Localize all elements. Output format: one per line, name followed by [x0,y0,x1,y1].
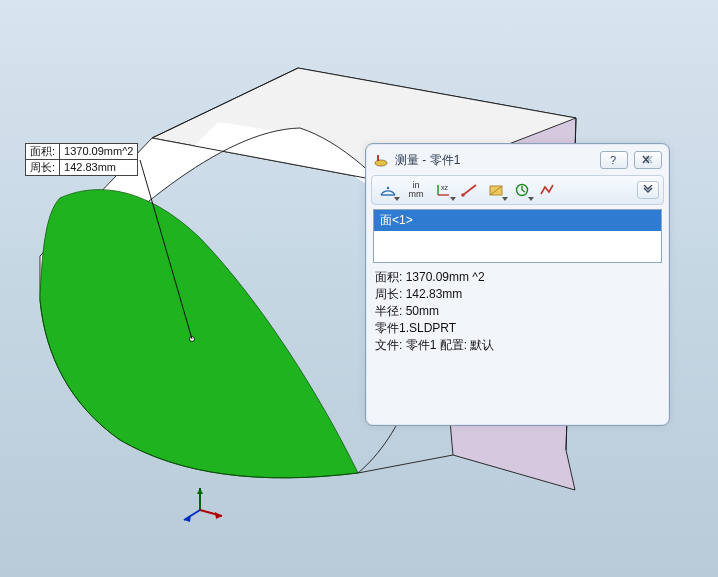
measure-dialog[interactable]: 测量 - 零件1 ? in mm [365,143,670,426]
callout-area-label: 面积: [26,144,60,159]
measurement-callout: 面积: 1370.09mm^2 周长: 142.83mm [25,143,138,176]
selection-item[interactable]: 面<1> [374,210,661,231]
result-radius: 半径: 50mm [375,303,660,320]
collapse-button[interactable] [637,181,659,199]
point-to-point-button[interactable] [458,179,482,201]
svg-text:xz: xz [441,184,449,191]
result-area: 面积: 1370.09mm ^2 [375,269,660,286]
svg-line-27 [522,190,525,192]
svg-line-21 [463,185,476,195]
svg-marker-11 [215,512,222,519]
result-part: 零件1.SLDPRT [375,320,660,337]
svg-text:?: ? [610,154,616,166]
svg-point-16 [387,187,389,189]
projected-button[interactable] [484,179,508,201]
callout-perimeter-value: 142.83mm [60,160,120,175]
callout-perimeter-label: 周长: [26,160,60,175]
dialog-title: 测量 - 零件1 [395,152,594,169]
measurement-results: 面积: 1370.09mm ^2 周长: 142.83mm 半径: 50mm 零… [375,269,660,354]
svg-point-13 [375,160,387,166]
history-button[interactable] [510,179,534,201]
callout-area-value: 1370.09mm^2 [60,144,137,159]
dialog-titlebar[interactable]: 测量 - 零件1 ? [369,147,666,173]
help-button[interactable]: ? [600,151,628,169]
xyz-mode-button[interactable]: xz [432,179,456,201]
svg-point-22 [461,193,465,197]
result-perimeter: 周长: 142.83mm [375,286,660,303]
measure-toolbar: in mm xz [371,175,664,205]
close-button[interactable] [634,151,662,169]
units-button[interactable]: in mm [402,179,430,201]
svg-rect-14 [377,155,379,161]
measure-icon [373,152,389,168]
arc-mode-button[interactable] [376,179,400,201]
graphics-viewport[interactable]: 面积: 1370.09mm^2 周长: 142.83mm 测量 - 零件1 ? [0,0,718,577]
svg-marker-10 [197,488,203,494]
result-file: 文件: 零件1 配置: 默认 [375,337,660,354]
selection-list[interactable]: 面<1> [373,209,662,263]
sensor-button[interactable] [536,179,560,201]
